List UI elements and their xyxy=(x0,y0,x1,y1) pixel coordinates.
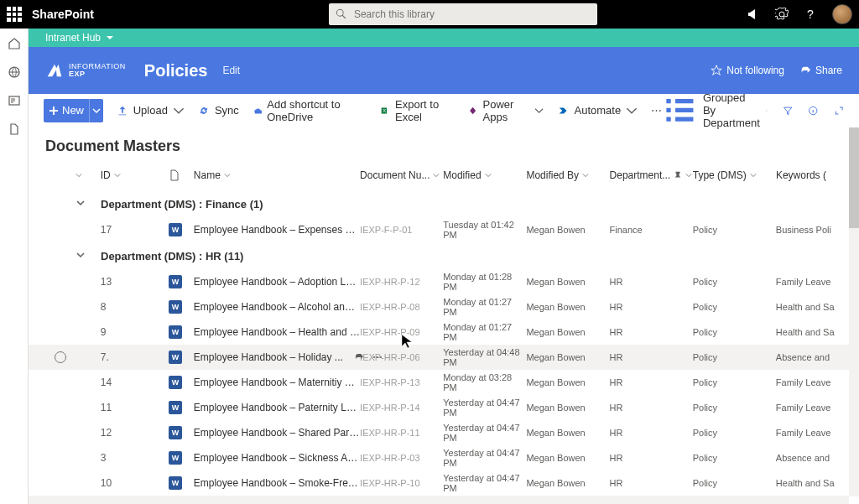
cell-keywords: Family Leave xyxy=(776,277,859,287)
chevron-down-icon xyxy=(626,105,638,117)
sync-button[interactable]: Sync xyxy=(198,104,239,117)
file-icon: W xyxy=(169,401,194,414)
cell-docnum: IEXP-HR-P-10 xyxy=(360,478,443,488)
cell-name[interactable]: Employee Handbook – Holiday ... xyxy=(194,351,360,363)
info-icon[interactable] xyxy=(808,104,818,117)
cell-name[interactable]: Employee Handbook – Paternity Leave and … xyxy=(194,402,360,413)
share-button[interactable]: Share xyxy=(799,65,842,76)
app-launcher-icon[interactable] xyxy=(7,7,22,22)
news-icon[interactable] xyxy=(8,94,21,107)
cell-docnum: IEXP-HR-P-13 xyxy=(360,377,443,387)
table-row[interactable]: 8WEmployee Handbook – Alcohol and Drugs … xyxy=(29,294,859,320)
table-row[interactable]: 11WEmployee Handbook – Paternity Leave a… xyxy=(29,395,859,420)
chevron-down-icon xyxy=(92,107,101,115)
col-modified[interactable]: Modified xyxy=(443,169,526,181)
cell-department: HR xyxy=(610,352,693,362)
view-selector[interactable]: Grouped By Department xyxy=(662,91,767,129)
cell-name[interactable]: Employee Handbook – Sickness Absence P..… xyxy=(194,452,360,464)
chevron-down-icon xyxy=(765,107,768,114)
help-icon[interactable]: ? xyxy=(804,8,817,21)
group-header[interactable]: Department (DMS) : Finance (1) xyxy=(29,190,859,217)
site-logo[interactable]: INFORMATION EXP xyxy=(45,61,126,80)
file-icon: W xyxy=(169,351,194,364)
file-icon: W xyxy=(169,275,194,288)
cell-name[interactable]: Employee Handbook – Shared Parental Lea.… xyxy=(194,427,360,439)
new-button[interactable]: New xyxy=(44,99,91,122)
file-icon: W xyxy=(169,300,194,314)
table-row[interactable]: 13WEmployee Handbook – Adoption Leave.do… xyxy=(29,269,859,294)
word-icon: W xyxy=(169,426,182,439)
word-icon: W xyxy=(169,351,182,364)
cell-keywords: Family Leave xyxy=(776,377,859,387)
more-button[interactable]: ⋯ xyxy=(651,104,662,117)
col-keywords[interactable]: Keywords ( xyxy=(776,169,859,181)
vertical-scrollbar[interactable] xyxy=(849,127,859,496)
logo-line2: EXP xyxy=(69,70,126,78)
table-row[interactable]: 17WEmployee Handbook – Expenses Policy a… xyxy=(29,217,859,242)
expand-all-header[interactable] xyxy=(75,172,101,179)
word-icon: W xyxy=(169,401,182,414)
cell-type: Policy xyxy=(693,327,776,337)
table-row[interactable]: 10WEmployee Handbook – Smoke-Free Policy… xyxy=(29,470,859,496)
automate-button[interactable]: Automate xyxy=(558,104,638,117)
cell-name[interactable]: Employee Handbook – Alcohol and Drugs P.… xyxy=(194,301,360,313)
collapse-icon[interactable] xyxy=(75,198,101,210)
row-selector[interactable] xyxy=(45,351,75,363)
col-id[interactable]: ID xyxy=(101,169,169,181)
cell-department: HR xyxy=(610,428,693,438)
cell-department: HR xyxy=(610,377,693,387)
upload-button[interactable]: Upload xyxy=(117,104,185,117)
cell-name[interactable]: Employee Handbook – Adoption Leave.docx xyxy=(194,276,360,288)
group-header[interactable]: Department (DMS) : HR (11) xyxy=(29,242,859,269)
cell-name[interactable]: Employee Handbook – Maternitiy Leave an.… xyxy=(194,377,360,388)
cell-type: Policy xyxy=(693,225,776,235)
not-following-button[interactable]: Not following xyxy=(711,65,784,76)
share-row-icon[interactable] xyxy=(354,352,364,362)
export-excel-button[interactable]: X Export to Excel xyxy=(381,98,456,123)
more-row-icon[interactable] xyxy=(372,352,383,362)
edit-link[interactable]: Edit xyxy=(222,65,240,76)
horizontal-scrollbar[interactable] xyxy=(29,496,849,504)
list-content: Document Masters ID Name Document Nu... … xyxy=(29,127,859,504)
scroll-thumb[interactable] xyxy=(849,127,859,228)
star-icon xyxy=(711,65,722,76)
word-icon: W xyxy=(169,325,182,339)
search-box[interactable] xyxy=(329,3,597,25)
cell-name[interactable]: Employee Handbook – Health and Safety.d.… xyxy=(194,326,360,338)
col-docnum[interactable]: Document Nu... xyxy=(360,169,443,181)
settings-icon[interactable] xyxy=(775,8,789,21)
table-row[interactable]: 14WEmployee Handbook – Maternitiy Leave … xyxy=(29,370,859,395)
table-row[interactable]: 9WEmployee Handbook – Health and Safety.… xyxy=(29,320,859,345)
table-row[interactable]: 3WEmployee Handbook – Sickness Absence P… xyxy=(29,445,859,470)
table-row[interactable]: 7.WEmployee Handbook – Holiday ...IEXP-H… xyxy=(29,345,859,370)
word-icon: W xyxy=(169,223,182,236)
cell-docnum: IEXP-HR-P-12 xyxy=(360,277,443,287)
search-input[interactable] xyxy=(354,8,591,20)
hub-name: Intranet Hub xyxy=(45,32,101,44)
cell-department: HR xyxy=(610,403,693,413)
cell-modifiedby: Megan Bowen xyxy=(526,225,609,235)
col-type[interactable]: Type (DMS) xyxy=(693,169,776,181)
cell-modified: Monday at 03:28 PM xyxy=(443,372,526,392)
expand-icon[interactable] xyxy=(834,104,844,117)
table-row[interactable]: 12WEmployee Handbook – Shared Parental L… xyxy=(29,420,859,445)
home-icon[interactable] xyxy=(8,37,21,50)
user-avatar[interactable] xyxy=(832,4,852,24)
col-filetype[interactable] xyxy=(169,169,194,181)
powerapps-button[interactable]: Power Apps xyxy=(468,98,544,123)
globe-icon[interactable] xyxy=(8,65,21,79)
add-shortcut-button[interactable]: Add shortcut to OneDrive xyxy=(252,98,367,123)
cell-id: 10 xyxy=(101,477,169,489)
col-name[interactable]: Name xyxy=(194,169,360,181)
hub-nav[interactable]: Intranet Hub xyxy=(29,29,859,47)
collapse-icon[interactable] xyxy=(75,250,101,262)
cell-name[interactable]: Employee Handbook – Expenses Policy and.… xyxy=(194,224,360,236)
files-icon[interactable] xyxy=(8,122,21,136)
cell-id: 12 xyxy=(101,427,169,439)
megaphone-icon[interactable] xyxy=(747,8,760,21)
new-button-split[interactable] xyxy=(89,99,103,122)
col-modifiedby[interactable]: Modified By xyxy=(526,169,609,181)
filter-icon[interactable] xyxy=(783,104,793,117)
col-department[interactable]: Department... xyxy=(610,169,693,181)
cell-name[interactable]: Employee Handbook – Smoke-Free Policy.d.… xyxy=(194,477,360,489)
